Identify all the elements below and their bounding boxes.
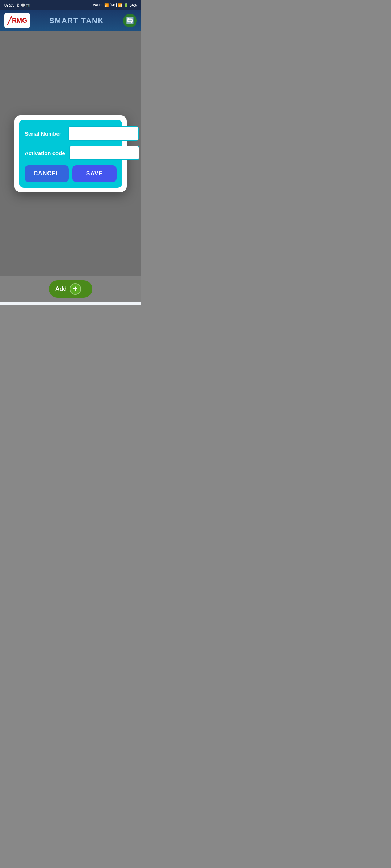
dialog-buttons: CANCEL SAVE [25,165,117,182]
add-button-label: Add [55,286,67,292]
status-time: 07:35 🖹 💬 📷 [4,3,30,7]
serial-number-row: Serial Number [25,126,117,141]
dialog: Serial Number Activation code CANCEL SAV… [14,115,127,192]
dialog-overlay: Serial Number Activation code CANCEL SAV… [0,31,141,276]
refresh-button[interactable]: 🔄 [123,14,137,27]
dialog-inner: Serial Number Activation code CANCEL SAV… [19,120,122,188]
add-plus-icon: + [70,283,81,295]
signal-type: VoLTE [93,3,103,7]
nav-item-home[interactable]: 🏠 Home [10,304,27,306]
time-display: 07:35 [4,3,14,7]
status-bar: 07:35 🖹 💬 📷 VoLTE 📶 5G 📶 🔋 84% [0,0,141,10]
status-right: VoLTE 📶 5G 📶 🔋 84% [93,3,137,7]
activation-code-input[interactable] [69,146,139,160]
serial-number-input[interactable] [68,126,139,141]
save-button[interactable]: SAVE [72,165,117,182]
add-button[interactable]: Add + [49,280,92,298]
5g-indicator: 5G [110,3,117,7]
logo-text: RMG [12,17,27,25]
logo: ╱ RMG [7,16,27,25]
notification-icons: 🖹 💬 📷 [16,3,30,7]
app-header: ╱ RMG SMART TANK 🔄 [0,10,141,31]
logo-box: ╱ RMG [4,13,30,28]
logo-slash: ╱ [7,16,12,25]
app-title: SMART TANK [34,17,119,25]
activation-code-row: Activation code [25,146,117,160]
bottom-nav: 🏠 Home ⚙ 👷 🏃 [0,302,141,305]
battery-percent: 84% [130,3,137,7]
cancel-button[interactable]: CANCEL [25,165,69,182]
main-content: Serial Number Activation code CANCEL SAV… [0,31,141,276]
activation-code-label: Activation code [25,150,65,156]
5g-signal-bars: 📶 [118,3,122,7]
battery-display: 🔋 [124,3,128,7]
add-area: Add + [0,276,141,302]
serial-number-label: Serial Number [25,131,64,137]
signal-bars: 📶 [104,3,109,7]
